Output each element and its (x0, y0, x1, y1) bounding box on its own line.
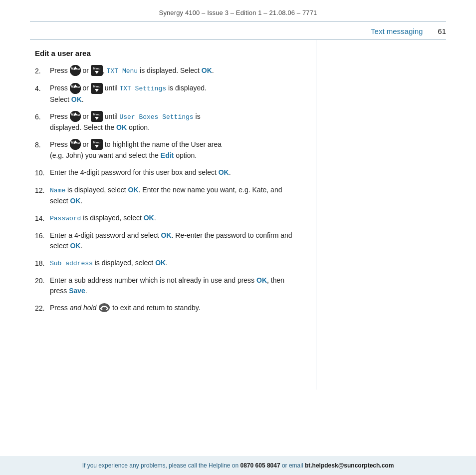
password-label: Password (50, 215, 81, 222)
step-4: Press Menu or Menu (35, 139, 301, 161)
name-label: Name (50, 187, 65, 194)
content-area: Edit a user area Press Menu or (0, 40, 476, 390)
step-11: Press and hold to exit and return to sta… (35, 303, 301, 314)
step-11-content: Press and hold to exit and return to sta… (50, 303, 301, 313)
ok-label-7: OK (144, 214, 154, 222)
up-button-icon-4: Menu (70, 139, 81, 150)
ok-label-9: OK (155, 259, 166, 267)
save-label: Save (69, 287, 85, 295)
end-call-icon (98, 303, 110, 313)
step-7: Password is displayed, select OK. (35, 213, 301, 224)
menu-down-button-icon: Menu (91, 65, 103, 76)
txt-menu-label: TXT Menu (107, 67, 138, 75)
ok-label-8a: OK (161, 231, 172, 239)
step-4-content: Press Menu or Menu (50, 139, 301, 161)
menu-down-button-icon-2: Menu (91, 83, 103, 94)
step-3: Press Menu or Menu (35, 111, 301, 133)
and-hold-text: and hold (70, 304, 97, 312)
section-header-row: Text messaging 61 (0, 22, 476, 39)
step-5: Enter the 4-digit password for this user… (35, 167, 301, 178)
ok-label-6b: OK (70, 197, 80, 205)
ok-label-5: OK (219, 168, 229, 176)
edit-label: Edit (161, 151, 174, 159)
step-1: Press Menu or Menu (35, 65, 301, 76)
section-heading: Edit a user area (35, 49, 301, 57)
step-10-content: Enter a sub address number which is not … (50, 275, 301, 296)
footer-bar: If you experience any problems, please c… (0, 456, 476, 475)
ok-label-6a: OK (128, 186, 139, 194)
menu-down-button-icon-3: Menu (91, 111, 103, 122)
main-column: Edit a user area Press Menu or (0, 40, 316, 390)
footer-phone: 0870 605 8047 (240, 462, 280, 469)
step-6-content: Name is displayed, select OK. Enter the … (50, 185, 301, 206)
txt-settings-label: TXT Settings (119, 85, 166, 92)
ok-label-8b: OK (70, 242, 80, 250)
step-3-content: Press Menu or Menu (50, 111, 301, 133)
section-title: Text messaging (371, 27, 423, 35)
page-header: Synergy 4100 – Issue 3 – Edition 1 – 21.… (0, 0, 476, 21)
footer-email: bt.helpdesk@suncorptech.com (305, 462, 394, 469)
footer-email-label: email (289, 462, 305, 469)
ok-label-10: OK (256, 276, 267, 284)
footer-mid: or (280, 462, 289, 469)
step-2-content: Press Menu or Menu (50, 83, 301, 104)
footer-prefix: If you experience any problems, please c… (82, 462, 240, 469)
svg-text:Menu: Menu (93, 67, 100, 70)
page-title: Synergy 4100 – Issue 3 – Edition 1 – 21.… (159, 9, 317, 16)
up-button-icon-2: Menu (70, 83, 81, 94)
step-8-content: Enter a 4-digit password and select OK. … (50, 230, 301, 251)
step-5-content: Enter the 4-digit password for this user… (50, 167, 301, 178)
step-6: Name is displayed, select OK. Enter the … (35, 185, 301, 206)
step-10: Enter a sub address number which is not … (35, 275, 301, 296)
steps-list: Press Menu or Menu (35, 65, 301, 314)
svg-text:Menu: Menu (93, 85, 100, 88)
svg-text:Menu: Menu (93, 113, 100, 116)
user-boxes-label: User Boxes Settings (119, 113, 193, 121)
step-1-content: Press Menu or Menu (50, 65, 301, 76)
svg-text:Menu: Menu (93, 141, 100, 144)
menu-down-button-icon-4: Menu (91, 139, 103, 150)
right-column (316, 40, 476, 390)
step-9: Sub address is displayed, select OK. (35, 258, 301, 269)
page-number: 61 (438, 27, 446, 35)
up-button-icon: Menu (70, 65, 81, 76)
step-2: Press Menu or Menu (35, 83, 301, 104)
ok-label-3: OK (116, 123, 127, 131)
sub-address-label: Sub address (50, 260, 93, 267)
up-button-icon-3: Menu (70, 111, 81, 122)
step-9-content: Sub address is displayed, select OK. (50, 258, 301, 269)
step-8: Enter a 4-digit password and select OK. … (35, 230, 301, 251)
svg-point-24 (99, 303, 110, 312)
step-7-content: Password is displayed, select OK. (50, 213, 301, 224)
ok-label-2: OK (71, 95, 82, 103)
ok-label-1: OK (202, 66, 212, 74)
